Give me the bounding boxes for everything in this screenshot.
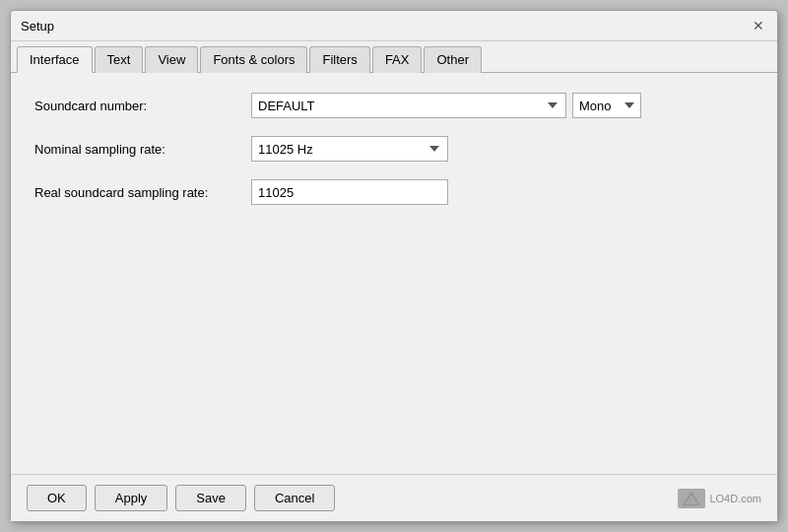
- soundcard-controls: DEFAULT Mono Stereo: [251, 93, 641, 118]
- title-bar: Setup ✕: [11, 11, 777, 41]
- tab-other[interactable]: Other: [424, 46, 482, 73]
- tab-content: Soundcard number: DEFAULT Mono Stereo No…: [11, 73, 777, 474]
- footer-buttons: OK Apply Save Cancel: [27, 485, 335, 511]
- tab-fax[interactable]: FAX: [372, 46, 423, 73]
- tab-bar: Interface Text View Fonts & colors Filte…: [11, 41, 777, 73]
- cancel-button[interactable]: Cancel: [254, 485, 335, 511]
- sampling-rate-row: Nominal sampling rate: 11025 Hz 22050 Hz…: [34, 136, 754, 162]
- sampling-rate-select[interactable]: 11025 Hz 22050 Hz 44100 Hz: [251, 136, 448, 162]
- tab-text[interactable]: Text: [95, 46, 144, 73]
- tab-filters[interactable]: Filters: [309, 46, 369, 73]
- window-title: Setup: [21, 19, 54, 33]
- real-sampling-label: Real soundcard sampling rate:: [34, 185, 251, 200]
- tab-interface[interactable]: Interface: [17, 46, 93, 73]
- real-sampling-controls: [251, 179, 448, 205]
- watermark: LO4D.com: [678, 489, 761, 508]
- close-button[interactable]: ✕: [750, 17, 767, 34]
- watermark-text: LO4D.com: [709, 493, 761, 504]
- real-sampling-input[interactable]: [251, 179, 448, 205]
- soundcard-label: Soundcard number:: [34, 99, 251, 113]
- tab-view[interactable]: View: [145, 46, 198, 73]
- tab-fonts-colors[interactable]: Fonts & colors: [200, 46, 307, 73]
- save-button[interactable]: Save: [175, 485, 246, 511]
- real-sampling-row: Real soundcard sampling rate:: [34, 179, 754, 205]
- sampling-rate-controls: 11025 Hz 22050 Hz 44100 Hz: [251, 136, 448, 162]
- mono-select[interactable]: Mono Stereo: [572, 93, 641, 118]
- sampling-rate-label: Nominal sampling rate:: [34, 142, 251, 157]
- apply-button[interactable]: Apply: [95, 485, 168, 511]
- lo4d-icon: [682, 491, 701, 506]
- soundcard-row: Soundcard number: DEFAULT Mono Stereo: [34, 93, 754, 118]
- soundcard-select[interactable]: DEFAULT: [251, 93, 566, 118]
- footer: OK Apply Save Cancel LO4D.com: [11, 474, 777, 521]
- watermark-logo: [678, 489, 705, 508]
- ok-button[interactable]: OK: [27, 485, 87, 511]
- setup-window: Setup ✕ Interface Text View Fonts & colo…: [10, 10, 778, 522]
